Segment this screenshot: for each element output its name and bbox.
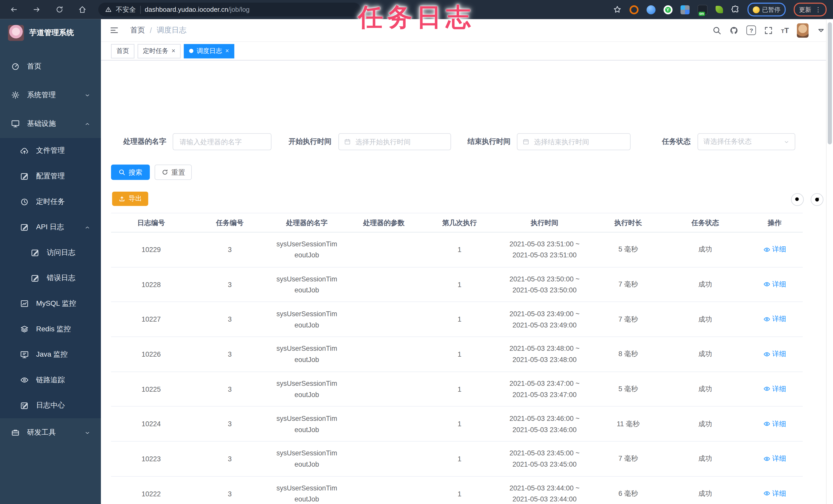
cell-duration: 11 毫秒 bbox=[592, 419, 664, 429]
app-frame: 芋道管理系统 首页系统管理基础设施文件管理配置管理定时任务API 日志访问日志错… bbox=[0, 19, 833, 504]
chart-icon bbox=[20, 299, 29, 308]
extension-icon-orange[interactable] bbox=[629, 5, 638, 14]
extensions-puzzle-icon[interactable] bbox=[731, 5, 739, 14]
sidebar-item-label: 研发工具 bbox=[27, 428, 56, 437]
column-header-3: 处理器的参数 bbox=[345, 218, 422, 227]
calendar-icon bbox=[523, 138, 529, 145]
avatar-caret-icon[interactable] bbox=[817, 26, 826, 35]
bookmark-star-icon[interactable] bbox=[613, 5, 621, 14]
security-warning-icon[interactable] bbox=[105, 6, 112, 13]
scrollbar-thumb[interactable] bbox=[828, 22, 832, 144]
font-size-icon[interactable]: TT bbox=[781, 26, 789, 34]
home-icon[interactable] bbox=[78, 5, 87, 14]
detail-link[interactable]: 详细 bbox=[763, 280, 786, 289]
tab-job-log[interactable]: 调度日志× bbox=[184, 44, 234, 58]
fullscreen-icon[interactable] bbox=[764, 26, 773, 35]
url-separator bbox=[140, 6, 141, 14]
url-text[interactable]: dashboard.yudao.iocoder.cn/job/log bbox=[145, 6, 249, 13]
address-bar[interactable]: 不安全 dashboard.yudao.iocoder.cn/job/log bbox=[98, 3, 361, 16]
sidebar-item-label: 基础设施 bbox=[27, 119, 56, 128]
top-navbar: 首页 / 调度日志 ? TT bbox=[101, 19, 833, 42]
extension-icon-green-y[interactable]: Y bbox=[663, 5, 672, 14]
hamburger-icon[interactable] bbox=[101, 26, 119, 35]
eye-icon bbox=[20, 376, 29, 384]
tab-home[interactable]: 首页 bbox=[111, 44, 135, 58]
cell-status: 成功 bbox=[664, 350, 746, 359]
sidebar-item-java-monitor[interactable]: Java 监控 bbox=[0, 342, 101, 368]
back-icon[interactable] bbox=[9, 5, 18, 14]
sidebar-item-mysql-monitor[interactable]: MySQL 监控 bbox=[0, 291, 101, 317]
extension-icon-grid[interactable] bbox=[681, 5, 689, 14]
sidebar-item-label: MySQL 监控 bbox=[36, 299, 76, 308]
sidebar-item-scheduled-tasks[interactable]: 定时任务 bbox=[0, 189, 101, 215]
job-status-select[interactable]: 请选择任务状态 bbox=[697, 133, 795, 150]
search-button[interactable]: 搜索 bbox=[111, 165, 150, 180]
handler-name-input[interactable] bbox=[178, 137, 265, 146]
cell-duration: 8 毫秒 bbox=[592, 350, 664, 359]
sidebar-item-infrastructure[interactable]: 基础设施 bbox=[0, 109, 101, 138]
sidebar-item-home[interactable]: 首页 bbox=[0, 52, 101, 81]
eye-icon bbox=[763, 455, 770, 462]
url-host: dashboard.yudao.iocoder.cn bbox=[145, 6, 228, 13]
reload-icon[interactable] bbox=[55, 5, 64, 14]
tab-scheduled-tasks[interactable]: 定时任务× bbox=[138, 44, 181, 58]
detail-link[interactable]: 详细 bbox=[763, 314, 786, 324]
help-icon[interactable]: ? bbox=[746, 26, 756, 35]
sidebar-item-file-management[interactable]: 文件管理 bbox=[0, 138, 101, 163]
search-icon[interactable] bbox=[713, 26, 722, 35]
toggle-search-button[interactable] bbox=[791, 193, 804, 206]
breadcrumb-home[interactable]: 首页 bbox=[130, 26, 145, 35]
sidebar-item-tracing[interactable]: 链路追踪 bbox=[0, 368, 101, 393]
detail-link[interactable]: 详细 bbox=[763, 419, 786, 429]
profile-paused-badge[interactable]: 已暂停 bbox=[747, 3, 786, 16]
export-button[interactable]: 导出 bbox=[112, 192, 148, 206]
sidebar-item-system-management[interactable]: 系统管理 bbox=[0, 81, 101, 109]
sidebar-item-label: 错误日志 bbox=[47, 273, 75, 283]
table-row: 102283sysUserSessionTimeoutJob12021-05-0… bbox=[111, 267, 803, 302]
browser-menu-kebab-icon[interactable]: ⋮ bbox=[815, 7, 821, 12]
eye-icon bbox=[763, 385, 770, 393]
cell-job-id: 3 bbox=[191, 246, 268, 254]
sidebar-logo-row[interactable]: 芋道管理系统 bbox=[0, 19, 101, 47]
sidebar-item-log-center[interactable]: 日志中心 bbox=[0, 393, 101, 418]
github-icon[interactable] bbox=[730, 26, 738, 35]
java-monitor-icon bbox=[20, 350, 29, 359]
detail-link[interactable]: 详细 bbox=[763, 349, 786, 359]
security-label[interactable]: 不安全 bbox=[116, 5, 136, 14]
tab-close-icon[interactable]: × bbox=[171, 48, 175, 54]
sidebar-item-access-logs[interactable]: 访问日志 bbox=[0, 240, 101, 266]
detail-link[interactable]: 详细 bbox=[763, 454, 786, 463]
reset-button[interactable]: 重置 bbox=[155, 165, 192, 180]
user-avatar[interactable] bbox=[797, 23, 809, 37]
cell-job-id: 3 bbox=[191, 420, 268, 428]
extension-icon-leaf[interactable] bbox=[715, 6, 723, 13]
cell-job-id: 3 bbox=[191, 385, 268, 393]
chrome-update-badge[interactable]: 更新 ⋮ bbox=[793, 3, 827, 16]
refresh-table-button[interactable] bbox=[811, 193, 824, 206]
breadcrumb-current: 调度日志 bbox=[157, 26, 186, 35]
forward-icon[interactable] bbox=[32, 5, 41, 14]
table-row: 102273sysUserSessionTimeoutJob12021-05-0… bbox=[111, 302, 803, 337]
gear-icon bbox=[11, 91, 20, 99]
breadcrumb: 首页 / 调度日志 bbox=[130, 26, 186, 35]
extension-icon-blue[interactable] bbox=[646, 5, 655, 14]
cell-status: 成功 bbox=[664, 280, 746, 289]
detail-link[interactable]: 详细 bbox=[763, 384, 786, 394]
detail-link[interactable]: 详细 bbox=[763, 245, 786, 254]
end-time-input[interactable] bbox=[533, 137, 625, 146]
sidebar-item-api-logs[interactable]: API 日志 bbox=[0, 215, 101, 240]
cell-status: 成功 bbox=[664, 454, 746, 463]
detail-link[interactable]: 详细 bbox=[763, 489, 786, 498]
sidebar-item-redis-monitor[interactable]: Redis 监控 bbox=[0, 316, 101, 342]
sidebar-item-dev-tools[interactable]: 研发工具 bbox=[0, 418, 101, 447]
browser-bar: 不安全 dashboard.yudao.iocoder.cn/job/log Y… bbox=[0, 0, 833, 19]
cell-status: 成功 bbox=[664, 245, 746, 254]
sidebar-item-label: 链路追踪 bbox=[36, 375, 65, 385]
sidebar-item-error-logs[interactable]: 错误日志 bbox=[0, 265, 101, 291]
eye-icon bbox=[763, 351, 770, 358]
extension-icon-on[interactable]: on bbox=[697, 5, 707, 15]
tab-close-icon[interactable]: × bbox=[225, 48, 229, 54]
cell-handler-name: sysUserSessionTimeoutJob bbox=[268, 413, 346, 435]
start-time-input[interactable] bbox=[354, 137, 445, 146]
sidebar-item-config-management[interactable]: 配置管理 bbox=[0, 163, 101, 189]
